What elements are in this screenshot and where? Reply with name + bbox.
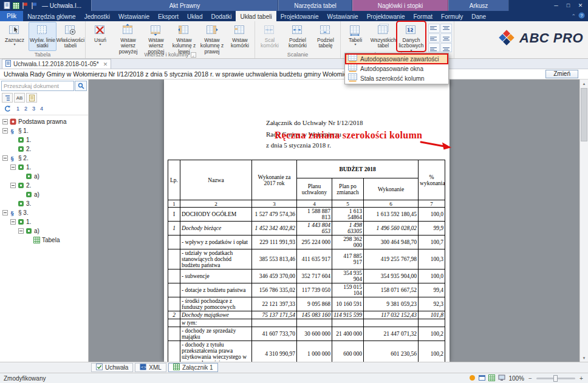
ribbon-button-danych-liczbowych[interactable]: 12Danych liczbowych▾ (397, 22, 425, 51)
ribbon-button-zaznacz[interactable]: Zaznacz▾ (1, 22, 29, 51)
scroll-down-icon[interactable]: ▼ (580, 354, 588, 362)
minimize-button[interactable]: ─ (551, 1, 561, 10)
outline-level-4[interactable]: 4 (38, 106, 46, 112)
align-bottom-left-icon[interactable] (428, 43, 440, 52)
ribbon-tab-jednostki[interactable]: Jednostki (80, 11, 114, 21)
tree-item-2[interactable]: 2. (0, 181, 88, 190)
expander-icon[interactable] (18, 228, 24, 234)
search-button[interactable] (75, 81, 87, 91)
cell-value: 601 230,56 (364, 341, 419, 362)
ribbon-button-wstaw-kolumnę-z-prawej[interactable]: Wstaw kolumnę z prawej (198, 22, 226, 51)
ribbon-button-usuń[interactable]: Usuń▾ (86, 22, 114, 51)
text-view-button[interactable]: AB (14, 93, 25, 103)
outline-level-2[interactable]: 2 (22, 106, 30, 112)
validation-icon[interactable] (469, 375, 476, 382)
tree-item-1[interactable]: 1. (0, 135, 88, 144)
ribbon-button-wstaw-kolumnę-z-lewej[interactable]: Wstaw kolumnę z lewej (170, 22, 198, 51)
menu-item-autodopasowanie-okna[interactable]: Autodopasowanie okna (346, 64, 448, 73)
ribbon-button-wstaw-wiersz-powyżej[interactable]: Wstaw wiersz powyżej (114, 22, 142, 51)
bottom-tab-uchwała[interactable]: Uchwała (91, 363, 133, 372)
tree-item-1[interactable]: 1. (0, 217, 88, 226)
ribbon-tab-narzędzia-główne[interactable]: Narzędzia główne (23, 11, 80, 21)
align-top-left-icon[interactable] (428, 24, 440, 33)
ribbon-tab-wstawianie[interactable]: Wstawianie (114, 11, 154, 21)
zoom-slider-thumb[interactable] (553, 375, 558, 382)
document-title: Uchwała Rady Gminy w Wołomierzu Nr I/12/… (4, 70, 388, 78)
ribbon-tab-układ[interactable]: Układ (183, 11, 207, 21)
tree-item-1[interactable]: §§ 1. (0, 126, 88, 135)
document-tab[interactable]: Uchwała.I.12.2018.2018-01-05*✕ (2, 59, 111, 69)
close-button[interactable]: ✕ (575, 1, 586, 10)
ribbon-tab-dodatki[interactable]: Dodatki (207, 11, 236, 21)
maximize-button[interactable]: □ (563, 1, 573, 10)
tree-item-1[interactable]: 1. (0, 163, 88, 172)
ribbon-button-wstaw-wiersz-poniżej[interactable]: Wstaw wiersz poniżej (142, 22, 170, 51)
ribbon-button-podziel-komórki[interactable]: Podziel komórki (284, 22, 312, 51)
expander-icon[interactable] (2, 128, 8, 134)
expander-icon[interactable] (2, 155, 8, 161)
ribbon-tab-format[interactable]: Format (409, 11, 437, 21)
document-page[interactable]: Załącznik do Uchwały Nr I/12/2018 Rady G… (164, 80, 450, 362)
ribbon-tab-eksport[interactable]: Eksport (154, 11, 183, 21)
bookmark-red-icon[interactable] (21, 1, 29, 10)
view-table-icon[interactable] (488, 375, 495, 382)
outline-level-3[interactable]: 3 (30, 106, 38, 112)
ribbon-tab-formuły[interactable]: Formuły (437, 11, 467, 21)
scroll-up-icon[interactable]: ▲ (580, 80, 588, 87)
tree-item-tabela[interactable]: Tabela (0, 236, 88, 245)
ribbon-button-wszystkich-tabel[interactable]: Wszystkich tabel (369, 22, 397, 51)
document-view-button[interactable] (26, 93, 37, 103)
bookmark-blue-icon[interactable] (30, 1, 38, 10)
vertical-scrollbar[interactable]: ▲ ▼ (579, 80, 588, 362)
search-input[interactable] (1, 81, 74, 91)
scrollbar-thumb[interactable] (581, 88, 587, 141)
expander-icon[interactable] (2, 210, 8, 215)
tree-item-a[interactable]: a) (0, 190, 88, 199)
zoom-in-button[interactable]: + (578, 375, 584, 382)
refresh-button[interactable] (2, 104, 13, 114)
view-fullscreen-icon[interactable] (498, 375, 505, 382)
tree-item-2[interactable]: §§ 2. (0, 154, 88, 163)
zoom-slider[interactable] (536, 378, 575, 379)
tree-item-3[interactable]: §§ 3. (0, 208, 88, 217)
align-middle-center-icon[interactable] (440, 33, 452, 42)
ribbon-tab-projektowanie[interactable]: Projektowanie (363, 11, 409, 21)
ribbon-tab-projektowanie[interactable]: Projektowanie (276, 11, 323, 21)
ribbon-tab-dane[interactable]: Dane (467, 11, 490, 21)
ribbon-tab-układ-tabeli[interactable]: Układ tabeli (236, 11, 276, 21)
expander-icon[interactable] (2, 119, 8, 124)
align-middle-left-icon[interactable] (428, 33, 440, 42)
bottom-tab-xml[interactable]: <>XML (135, 363, 166, 372)
tree-view-button[interactable] (2, 93, 13, 103)
table-row: - dotacje z budżetu państwa156 786 335,0… (168, 283, 445, 297)
align-bottom-center-icon[interactable] (440, 43, 452, 52)
menu-item-autodopasowanie-zawartości[interactable]: Autodopasowanie zawartości (346, 54, 448, 64)
ribbon-button-właściwości-tabeli[interactable]: Właściwości tabeli (56, 22, 84, 51)
ribbon-button-podziel-tabelę[interactable]: Podziel tabelę (312, 22, 340, 51)
expander-icon[interactable] (10, 219, 16, 225)
tree-item-a[interactable]: a) (0, 226, 88, 236)
collapse-ribbon-icon[interactable]: ⌃ (571, 13, 576, 19)
ribbon-button-wstaw-komórki[interactable]: Wstaw komórki (226, 22, 254, 51)
help-icon[interactable]: ? (578, 12, 585, 20)
align-top-center-icon[interactable] (440, 24, 452, 33)
expander-icon[interactable] (10, 164, 16, 170)
application-window: — Uchwała.I... Akt PrawnyNarzędzia tabel… (0, 0, 588, 383)
tree-item-3[interactable]: 3. (0, 199, 88, 208)
outline-level-1[interactable]: 1 (14, 106, 22, 112)
menu-item-stała-szerokość-kolumn[interactable]: Stała szerokość kolumn (346, 73, 448, 83)
quick-access-table-icon[interactable] (12, 1, 20, 10)
ribbon-button-wyśw-linie-siatki[interactable]: Wyśw. linie siatki (29, 22, 56, 51)
view-normal-icon[interactable] (479, 375, 485, 382)
ribbon-tab-wstawianie[interactable]: Wstawianie (323, 11, 362, 21)
close-tab-icon[interactable]: ✕ (103, 61, 108, 67)
ribbon-tab-plik[interactable]: Plik (0, 11, 23, 21)
tree-item-podstawa-prawna[interactable]: Podstawa prawna (0, 117, 88, 126)
ribbon-button-tabeli[interactable]: Tabeli▾ (341, 22, 369, 51)
change-button[interactable]: Zmień (545, 70, 578, 78)
zoom-out-button[interactable]: − (527, 375, 533, 382)
bottom-tab-załącznik-1[interactable]: Załącznik 1 (168, 363, 218, 372)
tree-item-a[interactable]: a) (0, 172, 88, 181)
tree-item-2[interactable]: 2. (0, 144, 88, 154)
expander-icon[interactable] (10, 183, 16, 188)
